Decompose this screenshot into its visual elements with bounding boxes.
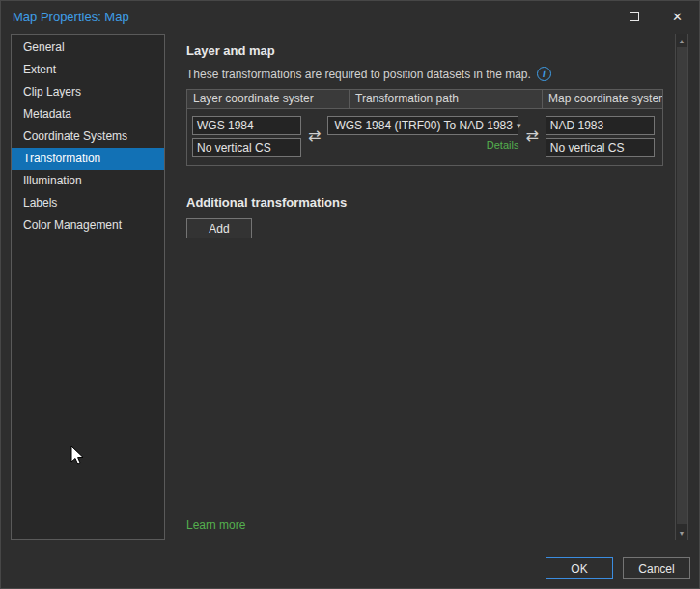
details-link[interactable]: Details — [327, 139, 518, 151]
scroll-down-icon[interactable]: ▼ — [676, 526, 687, 540]
section-title-layer-and-map: Layer and map — [186, 43, 665, 58]
map-properties-dialog: Map Properties: Map ✕ General Extent Cli… — [0, 0, 700, 589]
maximize-button[interactable] — [612, 1, 656, 32]
sidebar-item-color-management[interactable]: Color Management — [12, 214, 164, 237]
map-vertical-cs-field: No vertical CS — [546, 138, 655, 157]
window-title: Map Properties: Map — [1, 10, 129, 24]
close-icon: ✕ — [672, 10, 683, 24]
column-header-map-coordinate-system: Map coordinate system — [543, 90, 662, 108]
add-button[interactable]: Add — [186, 218, 252, 238]
transformation-dropdown-value: WGS 1984 (ITRF00) To NAD 1983 — [334, 119, 513, 132]
swap-arrows-icon: ⇄ — [525, 128, 538, 144]
sidebar-item-coordinate-systems[interactable]: Coordinate Systems — [12, 126, 164, 148]
sidebar: General Extent Clip Layers Metadata Coor… — [11, 34, 165, 540]
sidebar-item-transformation[interactable]: Transformation — [12, 148, 164, 170]
swap-arrows-icon: ⇄ — [308, 128, 321, 144]
transformation-dropdown[interactable]: WGS 1984 (ITRF00) To NAD 1983 ▾ — [327, 116, 518, 135]
table-header-row: Layer coordinate syster Transformation p… — [187, 90, 662, 109]
maximize-icon — [630, 12, 639, 21]
sidebar-item-clip-layers[interactable]: Clip Layers — [12, 81, 164, 103]
window-controls: ✕ — [612, 1, 699, 32]
description-text: These transformations are required to po… — [186, 68, 531, 81]
sidebar-item-labels[interactable]: Labels — [12, 192, 164, 214]
ok-button[interactable]: OK — [546, 557, 613, 579]
close-button[interactable]: ✕ — [656, 1, 699, 32]
description-row: These transformations are required to po… — [186, 67, 665, 81]
sidebar-item-metadata[interactable]: Metadata — [12, 103, 164, 126]
chevron-down-icon: ▾ — [517, 121, 521, 130]
section-title-additional-transformations: Additional transformations — [186, 195, 665, 210]
sidebar-item-extent[interactable]: Extent — [12, 59, 164, 81]
table-row: WGS 1984 No vertical CS ⇄ WGS 1984 (ITRF… — [187, 109, 662, 165]
transformation-table: Layer coordinate syster Transformation p… — [186, 89, 663, 166]
layer-cs-field: WGS 1984 — [192, 116, 301, 135]
main-panel: Layer and map These transformations are … — [177, 34, 675, 540]
map-cs-field: NAD 1983 — [546, 116, 655, 135]
cancel-button[interactable]: Cancel — [623, 557, 690, 579]
column-header-layer-coordinate-system: Layer coordinate syster — [187, 90, 350, 108]
learn-more-link[interactable]: Learn more — [186, 519, 245, 532]
sidebar-item-general[interactable]: General — [12, 37, 164, 59]
sidebar-item-illumination[interactable]: Illumination — [12, 170, 164, 192]
column-header-transformation-path: Transformation path — [350, 90, 543, 108]
scroll-up-icon[interactable]: ▲ — [676, 34, 687, 47]
vertical-scrollbar[interactable]: ▲ ▼ — [675, 34, 688, 540]
transformation-path-cell: WGS 1984 (ITRF00) To NAD 1983 ▾ Details — [327, 116, 518, 151]
info-icon[interactable]: i — [537, 67, 551, 81]
layer-vertical-cs-field: No vertical CS — [192, 138, 301, 157]
map-coordinate-system-cell: NAD 1983 No vertical CS — [546, 116, 655, 157]
titlebar: Map Properties: Map ✕ — [1, 1, 699, 32]
layer-coordinate-system-cell: WGS 1984 No vertical CS — [192, 116, 301, 157]
scrollbar-thumb[interactable] — [677, 47, 687, 524]
